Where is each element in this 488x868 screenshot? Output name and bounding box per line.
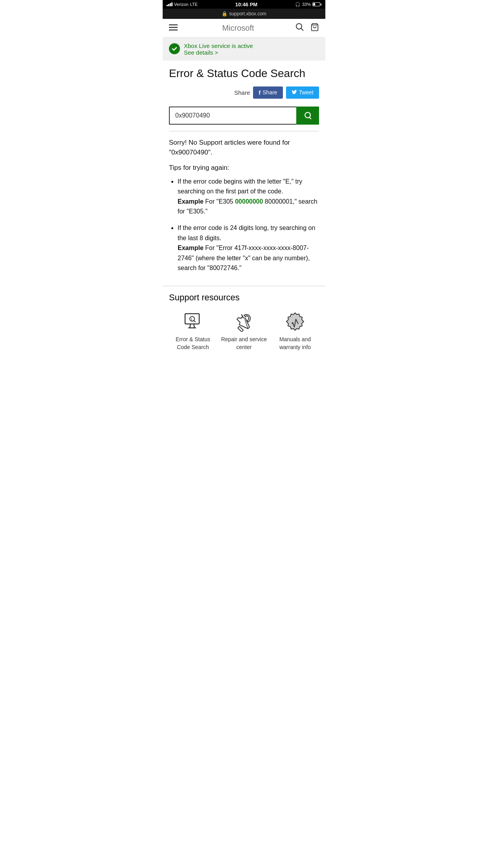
banner-link[interactable]: See details > [184,49,253,56]
divider-1 [169,131,319,131]
resource-manuals[interactable]: Manuals and warranty info [271,311,319,351]
badge-icon [284,311,306,333]
resource-repair-label: Repair and service center [220,336,268,351]
twitter-tweet-label: Tweet [299,89,314,96]
tip-2-example-label: Example [178,245,204,251]
status-check-icon [169,43,180,54]
share-row: Share f Share Tweet [169,86,319,99]
svg-line-13 [241,317,242,318]
tips-title: Tips for trying again: [169,164,319,172]
svg-line-11 [194,320,196,322]
service-banner: Xbox Live service is active See details … [163,38,325,61]
status-time: 10:46 PM [235,2,257,7]
resource-manuals-label: Manuals and warranty info [271,336,319,351]
svg-rect-2 [169,29,178,31]
resources-grid: ! Error & Status Code Search Repair and … [169,311,319,351]
tip-2: If the error code is 24 digits long, try… [178,223,319,273]
status-bar: Verizon LTE 10:46 PM 🎧 33% [163,0,325,9]
logo-text: Microsoft [222,24,254,33]
monitor-icon: ! [182,311,204,333]
wrench-icon [233,311,255,333]
battery-icon [312,2,321,6]
tip-2-text: If the error code is 24 digits long, try… [178,224,315,241]
tips-list: If the error code begins with the letter… [169,177,319,273]
search-submit-button[interactable] [296,107,319,125]
ms-logo-grid [219,28,220,29]
support-resources-title: Support resources [169,292,319,303]
facebook-share-button[interactable]: f Share [253,86,283,99]
support-resources-section: Support resources ! Error & Status Code … [163,286,325,357]
share-label: Share [234,89,250,96]
signal-icon [167,2,172,6]
facebook-icon: f [259,89,261,96]
svg-text:!: ! [191,317,192,321]
tip-1-example-text: For "E305 [204,198,235,205]
twitter-icon [292,89,297,96]
facebook-share-label: Share [262,89,277,96]
twitter-share-button[interactable]: Tweet [286,86,319,99]
network-type: LTE [190,2,198,7]
svg-line-4 [301,29,304,31]
page-title: Error & Status Code Search [169,67,319,80]
url-bar[interactable]: 🔒 support.xbox.com [163,9,325,19]
banner-title: Xbox Live service is active [184,42,253,49]
lock-icon: 🔒 [222,11,227,17]
carrier-text: Verizon [174,2,189,7]
menu-button[interactable] [169,24,178,33]
search-input[interactable] [169,107,296,125]
search-icon [303,111,312,120]
tip-1: If the error code begins with the letter… [178,177,319,217]
microsoft-logo[interactable]: Microsoft [219,24,254,33]
search-button[interactable] [295,23,304,33]
banner-content: Xbox Live service is active See details … [184,42,253,56]
svg-rect-1 [169,27,178,28]
tip-1-example-label: Example [178,198,204,205]
cart-button[interactable] [310,23,319,33]
svg-rect-15 [238,326,243,332]
battery-percentage: 33% [302,2,311,7]
tip-1-text: If the error code begins with the letter… [178,178,302,195]
svg-rect-0 [169,24,178,26]
nav-actions [295,23,319,33]
url-text: support.xbox.com [229,11,266,17]
resource-error-search-label: Error & Status Code Search [169,336,217,351]
svg-line-7 [190,324,191,328]
nav-bar: Microsoft [163,19,325,38]
status-right: 🎧 33% [295,2,321,7]
main-content: Error & Status Code Search Share f Share… [163,61,325,286]
resource-repair[interactable]: Repair and service center [220,311,268,351]
no-result-message: Sorry! No Support articles were found fo… [169,138,319,158]
svg-rect-6 [185,314,199,324]
search-container [169,107,319,125]
tip-1-highlight: 00000000 [235,198,263,205]
headphone-icon: 🎧 [295,2,301,7]
resource-error-search[interactable]: ! Error & Status Code Search [169,311,217,351]
status-left: Verizon LTE [167,2,198,7]
svg-line-8 [194,324,194,328]
svg-point-3 [296,24,302,29]
